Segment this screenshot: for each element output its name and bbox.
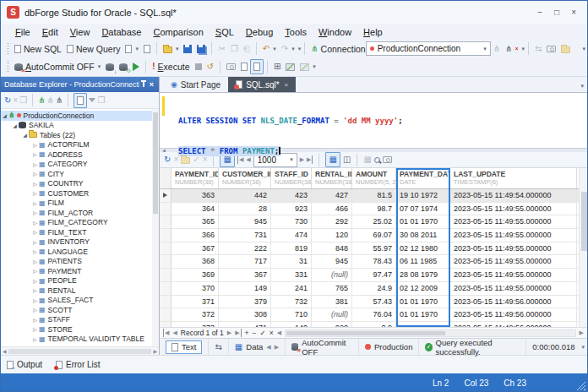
tree-item-table[interactable]: ▷ ▦ STAFF: [1, 315, 159, 325]
menu-item[interactable]: Edit: [36, 27, 64, 37]
cell-amount[interactable]: 78.43: [352, 255, 396, 268]
resize-grip[interactable]: [576, 381, 585, 390]
expand-icon[interactable]: ◢: [21, 132, 29, 138]
explorer-header[interactable]: Database Explorer - ProductionConnection…: [1, 77, 159, 92]
row-header[interactable]: [160, 269, 172, 281]
cell-last-update[interactable]: 2023-05-15 11:49:55.000000: [450, 215, 577, 228]
chevron-down-icon[interactable]: ▾: [135, 46, 139, 52]
text-view-tab[interactable]: Text: [160, 339, 209, 355]
cell-last-update[interactable]: 2023-05-15 11:49:56.000000: [450, 296, 577, 308]
picture-view-button[interactable]: [283, 59, 297, 74]
menu-item[interactable]: Tools: [279, 27, 313, 37]
scrollbar-track[interactable]: [8, 349, 152, 354]
row-header[interactable]: [160, 215, 172, 228]
new-query-button[interactable]: New Query: [64, 41, 123, 57]
commit-edit-icon[interactable]: ✓: [260, 329, 266, 337]
grid-vertical-scrollbar[interactable]: [579, 168, 587, 327]
execute-button[interactable]: ! Execute: [150, 59, 192, 74]
scroll-left-icon[interactable]: ◀: [277, 329, 281, 337]
autocommit-button[interactable]: AutoCommit OFF ▾: [12, 59, 103, 74]
cell-payment-date[interactable]: 06 11 1985: [396, 255, 450, 268]
cell-customer-id[interactable]: 471: [219, 322, 271, 327]
save-all-button[interactable]: [194, 41, 208, 57]
tree-item-table[interactable]: ▷ ▦ FILM: [1, 199, 159, 209]
cell-payment-id[interactable]: 371: [172, 296, 219, 308]
cell-payment-date[interactable]: 01 01 1970: [396, 215, 450, 228]
cell-payment-date[interactable]: 01 01 1970: [396, 308, 450, 321]
chevron-down-icon[interactable]: ▾: [98, 63, 101, 70]
maximize-button[interactable]: □: [554, 8, 559, 18]
results-to-new-tab-button[interactable]: [250, 59, 264, 74]
cell-customer-id[interactable]: 442: [219, 189, 271, 202]
cell-rental-id[interactable]: 292: [312, 215, 352, 228]
autocommit-status[interactable]: AutoCommit OFF: [286, 339, 359, 355]
row-header[interactable]: [160, 308, 172, 321]
cell-payment-id[interactable]: 369: [172, 269, 219, 281]
code-line-2[interactable]: SELECT * FROM PAYMENT;: [178, 146, 587, 156]
explorer-close-icon[interactable]: ×: [148, 80, 155, 89]
toolbar-grip[interactable]: [7, 43, 9, 55]
tree-vertical-scrollbar[interactable]: [152, 109, 159, 346]
toolbar-overflow-icon[interactable]: ▾: [298, 46, 302, 52]
save-button[interactable]: [181, 41, 194, 57]
cell-staff-id[interactable]: 923: [271, 203, 312, 215]
chevron-down-icon[interactable]: ▾: [176, 46, 179, 52]
cell-payment-date[interactable]: 01 01 1970: [396, 296, 450, 308]
preview-button[interactable]: [297, 59, 312, 74]
delete-record-icon[interactable]: −: [253, 329, 257, 337]
row-header[interactable]: [160, 255, 172, 268]
commit-button[interactable]: [103, 59, 117, 74]
cell-amount[interactable]: 24.9: [352, 282, 396, 295]
tree-item-table[interactable]: ▷ ▦ PAYMENT: [1, 266, 159, 276]
redo-button[interactable]: ↷ ▾: [279, 41, 297, 57]
expand-icon[interactable]: ▷: [31, 326, 39, 332]
cell-staff-id[interactable]: 710: [271, 308, 312, 321]
row-header[interactable]: [160, 229, 172, 242]
table-row[interactable]: 371 379 732 381 57.43 01 01 1970 2023-05…: [160, 296, 587, 309]
expand-icon[interactable]: ▷: [31, 248, 39, 254]
column-header-staff-id[interactable]: STAFF_ID NUMBER(38): [271, 168, 312, 188]
expand-icon[interactable]: ▷: [31, 142, 39, 148]
cell-customer-id[interactable]: 222: [219, 242, 271, 255]
expand-icon[interactable]: ▷: [31, 200, 39, 206]
cell-last-update[interactable]: 2023-05-15 11:49:56.000000: [450, 308, 577, 321]
tab-sql-document[interactable]: SQL.sql* ×: [228, 77, 296, 92]
cell-last-update[interactable]: 2023-05-15 11:49:55.000000: [450, 282, 577, 295]
cell-payment-id[interactable]: 370: [172, 282, 219, 295]
expand-icon[interactable]: ▷: [31, 190, 39, 196]
row-header[interactable]: [160, 282, 172, 295]
new-sql-button[interactable]: New SQL: [12, 41, 64, 57]
table-row[interactable]: 364 28 923 466 98.7 07 07 1974 2023-05-1…: [160, 203, 587, 216]
expand-icon[interactable]: ▷: [31, 278, 39, 284]
cell-payment-id[interactable]: 365: [172, 215, 219, 228]
delete-icon[interactable]: ×: [13, 95, 18, 106]
duplicate-icon[interactable]: ❐: [19, 95, 27, 106]
data-snapshot-icon[interactable]: [383, 156, 392, 163]
history-button[interactable]: ↺: [204, 59, 216, 74]
title-bar[interactable]: S dbForge Studio for Oracle - SQL.sql* −…: [1, 1, 587, 24]
expand-icon[interactable]: ▷: [31, 297, 39, 303]
cell-last-update[interactable]: 2023-05-15 11:49:55.000000: [450, 269, 577, 281]
expand-icon[interactable]: ▷: [31, 171, 39, 177]
cell-customer-id[interactable]: 731: [219, 229, 271, 242]
expand-icon[interactable]: ▷: [31, 317, 39, 323]
cell-amount[interactable]: 81.5: [352, 189, 396, 202]
connect-plug-icon[interactable]: ⋔: [47, 95, 54, 106]
cell-rental-id[interactable]: 945: [312, 255, 352, 268]
cell-payment-id[interactable]: 363: [172, 189, 219, 202]
menu-item[interactable]: Help: [357, 27, 389, 37]
row-header[interactable]: [160, 296, 172, 308]
code-line-1[interactable]: ALTER SESSION SET NLS_DATE_FORMAT = 'dd …: [178, 116, 587, 126]
cell-payment-id[interactable]: 372: [172, 308, 219, 321]
cell-rental-id[interactable]: 466: [312, 203, 352, 215]
expand-icon[interactable]: ▷: [31, 161, 39, 167]
cell-staff-id[interactable]: 730: [271, 215, 312, 228]
tree-item-table[interactable]: ▷ ▦ ADDRESS: [1, 150, 159, 160]
column-header-amount[interactable]: AMOUNT NUMBER(5, 2): [352, 168, 396, 188]
find-object-icon[interactable]: ❐: [97, 95, 105, 106]
close-button[interactable]: ×: [571, 8, 576, 18]
menu-item[interactable]: SQL: [210, 27, 240, 37]
cell-payment-id[interactable]: 373: [172, 322, 219, 327]
tree-item-table[interactable]: ▷ ▦ FILM_CATEGORY: [1, 218, 159, 228]
expand-icon[interactable]: ▷: [31, 220, 39, 226]
